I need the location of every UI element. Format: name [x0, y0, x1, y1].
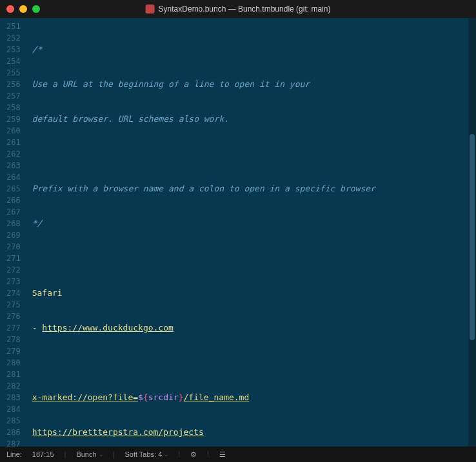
file-icon — [146, 5, 155, 14]
line-number: 269 — [6, 229, 21, 241]
line-number: 259 — [6, 113, 21, 125]
line-number: 277 — [6, 322, 21, 334]
line-number: 253 — [6, 44, 21, 55]
line-number: 258 — [6, 102, 21, 113]
line-number: 252 — [6, 32, 21, 44]
line-number: 271 — [6, 253, 21, 264]
line-number: 256 — [6, 79, 21, 90]
titlebar: SyntaxDemo.bunch — Bunch.tmbundle (git: … — [0, 0, 476, 18]
line-number: 285 — [6, 415, 21, 427]
vertical-scrollbar[interactable] — [468, 18, 476, 447]
line-number: 286 — [6, 427, 21, 438]
line-number: 274 — [6, 287, 21, 299]
close-window-button[interactable] — [6, 5, 14, 13]
menu-icon[interactable]: ☰ — [219, 450, 226, 459]
line-number: 276 — [6, 311, 21, 322]
line-number: 255 — [6, 67, 21, 79]
line-number: 264 — [6, 171, 21, 183]
line-number: 278 — [6, 334, 21, 345]
status-line-label: Line: — [6, 450, 22, 458]
line-number: 262 — [6, 148, 21, 160]
line-number: 273 — [6, 276, 21, 287]
status-bar: Line: 187:15 | Bunch ⌵ | Soft Tabs: 4 ⌵ … — [0, 447, 476, 462]
line-number: 263 — [6, 160, 21, 171]
line-number: 283 — [6, 392, 21, 403]
line-number: 272 — [6, 264, 21, 276]
line-number: 260 — [6, 125, 21, 137]
line-number: 287 — [6, 438, 21, 447]
line-number: 265 — [6, 183, 21, 195]
status-line-value[interactable]: 187:15 — [32, 450, 54, 458]
line-number: 280 — [6, 357, 21, 369]
line-number: 268 — [6, 218, 21, 229]
line-number: 281 — [6, 369, 21, 380]
line-number: 279 — [6, 345, 21, 357]
line-number: 284 — [6, 403, 21, 415]
line-number: 267 — [6, 206, 21, 218]
soft-tabs-selector[interactable]: Soft Tabs: 4 ⌵ — [124, 450, 168, 458]
chevron-icon: ⌵ — [164, 451, 168, 457]
window-title: SyntaxDemo.bunch — Bunch.tmbundle (git: … — [159, 5, 331, 14]
scroll-thumb[interactable] — [470, 134, 475, 340]
line-number: 261 — [6, 137, 21, 148]
editor[interactable]: 2512522532542552562572582592602612622632… — [0, 18, 476, 447]
line-number: 270 — [6, 241, 21, 253]
line-number: 266 — [6, 195, 21, 206]
line-number: 282 — [6, 380, 21, 392]
gear-icon[interactable]: ⚙ — [190, 450, 197, 459]
line-number: 254 — [6, 55, 21, 67]
chevron-icon: ⌵ — [99, 451, 103, 457]
line-number: 275 — [6, 299, 21, 311]
line-number: 251 — [6, 21, 21, 32]
line-number-gutter: 2512522532542552562572582592602612622632… — [0, 18, 26, 447]
line-number: 257 — [6, 90, 21, 102]
minimize-window-button[interactable] — [19, 5, 27, 13]
code-area[interactable]: /* Use a URL at the beginning of a line … — [26, 18, 468, 447]
language-selector[interactable]: Bunch ⌵ — [76, 450, 102, 458]
zoom-window-button[interactable] — [32, 5, 40, 13]
